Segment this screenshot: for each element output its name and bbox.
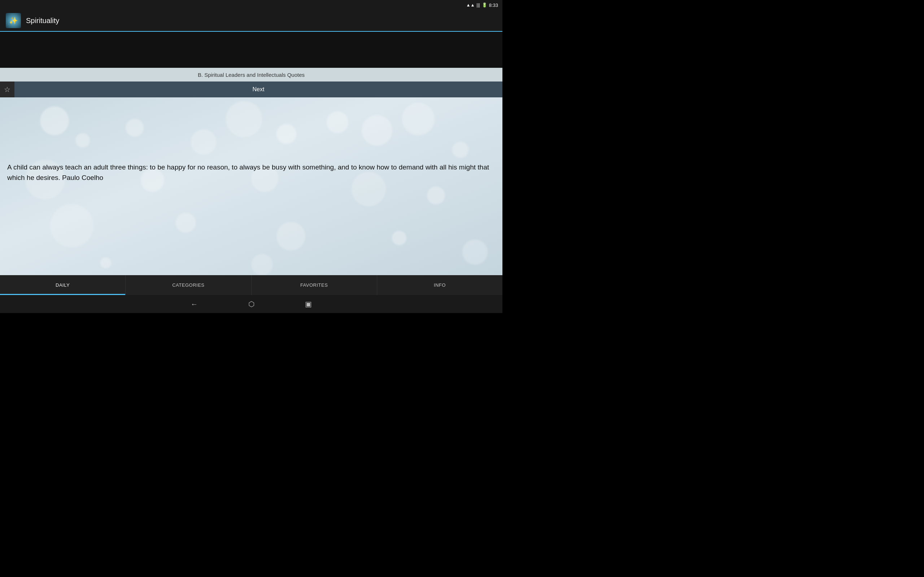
back-button[interactable]: ←	[191, 300, 198, 308]
next-label: Next	[253, 86, 265, 93]
nav-item-info[interactable]: INFO	[377, 275, 502, 295]
nav-item-favorites[interactable]: FAVORITES	[252, 275, 377, 295]
star-button[interactable]: ☆	[0, 82, 15, 97]
app-title: Spirituality	[26, 16, 59, 25]
category-label: B. Spiritual Leaders and Intellectuals Q…	[0, 68, 502, 82]
nav-label-info: INFO	[434, 282, 446, 288]
battery-icon: 🔋	[482, 3, 487, 8]
app-bar-divider	[0, 31, 502, 32]
back-icon: ←	[191, 300, 198, 308]
app-bar: ✨ Spirituality	[0, 10, 502, 31]
nav-item-daily[interactable]: DAILY	[0, 275, 126, 295]
wifi-icon: ▲▲	[466, 3, 475, 8]
ad-area	[0, 32, 502, 68]
nav-item-categories[interactable]: CATEGORIES	[126, 275, 251, 295]
quote-text: A child can always teach an adult three …	[7, 162, 495, 183]
home-button[interactable]: ⬡	[248, 300, 254, 308]
status-time: 8:33	[489, 3, 498, 8]
app-icon: ✨	[6, 13, 21, 28]
recents-icon: ▣	[305, 300, 312, 308]
nav-label-favorites: FAVORITES	[300, 282, 328, 288]
signal-icon: |||	[477, 3, 480, 8]
home-icon: ⬡	[248, 300, 254, 308]
bokeh-background	[0, 97, 502, 275]
next-button[interactable]: Next	[15, 82, 502, 97]
nav-label-daily: DAILY	[56, 282, 69, 288]
recents-button[interactable]: ▣	[305, 300, 312, 308]
category-text: B. Spiritual Leaders and Intellectuals Q…	[198, 72, 305, 78]
star-icon: ☆	[4, 85, 10, 94]
bottom-nav: DAILY CATEGORIES FAVORITES INFO	[0, 275, 502, 295]
status-bar: ▲▲ ||| 🔋 8:33	[0, 0, 502, 10]
sys-nav: ← ⬡ ▣	[0, 295, 502, 313]
status-icons: ▲▲ ||| 🔋 8:33	[466, 3, 498, 8]
nav-label-categories: CATEGORIES	[172, 282, 204, 288]
quote-area: A child can always teach an adult three …	[0, 97, 502, 275]
